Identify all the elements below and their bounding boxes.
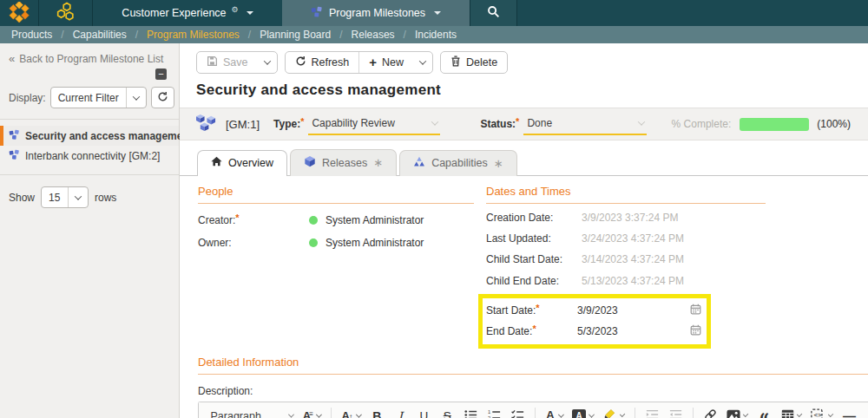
workspace-switcher[interactable]: Customer Experience ⚙ [93,0,282,26]
breadcrumb-item-products[interactable]: Products [11,29,52,41]
release-cube-icon [304,155,316,170]
paragraph-style-select[interactable]: Paragraph [208,406,297,418]
tab-label: Overview [228,157,273,169]
people-section: People Creator:* System Administrator Ow… [198,185,474,349]
creator-value: System Administrator [309,214,424,226]
filter-select[interactable]: Current Filter [50,87,147,108]
milestone-icon [9,149,20,163]
chevron-down-icon [126,88,146,108]
bold-button[interactable]: B [367,406,386,418]
bulleted-list-button[interactable] [461,406,480,418]
start-date-label: Start Date:* [486,304,577,317]
creator-name: System Administrator [326,214,424,226]
refresh-filter-button[interactable] [151,87,174,108]
display-label: Display: [9,92,46,104]
font-family-button[interactable]: A≡ [300,406,324,418]
percent-complete-value: (100%) [817,118,851,130]
status-select[interactable]: Done [523,114,647,135]
font-background-color-button[interactable]: A [569,406,595,418]
paragraph-style-value: Paragraph [211,410,261,418]
chevron-down-icon [796,412,802,418]
numbered-list-button[interactable]: 12 [484,406,503,418]
breadcrumb-item-releases[interactable]: Releases [352,29,395,41]
svg-text:1: 1 [488,409,490,415]
dates-section: Dates and Times Creation Date: 3/9/2023 … [486,185,766,349]
link-icon [704,408,717,418]
font-color-button[interactable]: A [542,406,565,418]
start-date-field[interactable]: 3/9/2023 [577,304,690,317]
link-button[interactable] [700,406,720,418]
sidebar-collapse-button[interactable]: − [155,69,167,80]
page-title: Security and access management [180,74,868,108]
creation-date-value: 3/9/2023 3:37:24 PM [582,212,678,224]
breadcrumb-item-planning-board[interactable]: Planning Board [260,29,331,41]
overview-columns: People Creator:* System Administrator Ow… [198,185,868,349]
search-button[interactable] [470,0,517,26]
italic-button[interactable]: I [391,406,410,418]
milestone-list: Security and access management Interbank… [0,120,179,166]
breadcrumb-separator: / [404,29,406,41]
delete-button[interactable]: Delete [441,52,507,73]
tab-releases[interactable]: Releases ∗ [290,149,397,176]
highlight-button[interactable] [601,406,627,418]
breadcrumb-item-program-milestones[interactable]: Program Milestones [147,29,240,41]
start-date-row: Start Date:* 3/9/2023 [486,300,701,321]
increase-indent-button[interactable] [642,406,661,418]
dates-heading: Dates and Times [486,185,766,204]
delete-button-group: Delete [440,51,508,74]
back-link[interactable]: «Back to Program Milestone List [0,43,179,65]
last-updated-value: 3/24/2023 4:37:24 PM [582,232,684,245]
minus-icon: − [158,69,163,79]
decrease-indent-icon [669,409,682,418]
owner-row: Owner: System Administrator [198,237,474,249]
artifact-id: [GM:1] [226,118,260,131]
insert-template-button[interactable]: <> [808,406,835,418]
rows-per-page-select[interactable]: 15 [41,186,89,208]
user-avatar-dot [309,238,318,247]
start-date-calendar-button[interactable] [690,304,701,317]
decrease-indent-button[interactable] [666,406,685,418]
milestone-item-label: Interbank connectivity [GM:2] [25,150,160,162]
font-size-button[interactable]: A↕ [339,406,363,418]
delete-label: Delete [466,56,497,69]
tab-overview[interactable]: Overview [197,150,287,176]
breadcrumb-item-incidents[interactable]: Incidents [415,29,457,41]
breadcrumb: Products / Capabilities / Program Milest… [0,26,868,43]
end-date-calendar-button[interactable] [690,324,701,338]
insert-table-button[interactable] [779,406,804,418]
underline-button[interactable]: U [414,406,433,418]
breadcrumb-separator: / [248,29,251,41]
type-select[interactable]: Capability Review [308,114,440,135]
product-switcher[interactable]: Program Milestones [282,0,470,26]
template-source-icon: <> [811,408,825,418]
horizontal-line-button[interactable]: — [840,406,859,418]
milestone-list-item[interactable]: Interbank connectivity [GM:2] [0,146,179,166]
new-button[interactable]: + New [358,52,413,73]
toolbar-separator [635,408,635,418]
italic-icon: I [398,409,404,418]
save-dropdown-button[interactable] [258,52,277,73]
asterisk-badge-icon: ∗ [494,157,503,170]
tab-capabilities[interactable]: Capabilities ∗ [399,150,517,176]
refresh-button[interactable]: Refresh [286,52,359,73]
spira-logo-icon [8,2,30,25]
save-button[interactable]: Save [197,52,258,73]
people-heading: People [198,185,474,204]
new-dropdown-button[interactable] [413,52,432,73]
strikethrough-button[interactable]: S [437,406,457,418]
to-do-list-button[interactable] [508,406,527,418]
save-button-group: Save [196,51,278,74]
milestone-list-item-selected[interactable]: Security and access management [0,126,179,146]
progress-bar [740,118,809,131]
numbered-list-icon: 12 [488,409,501,418]
chevron-down-icon [419,57,426,64]
app-logo[interactable] [0,0,39,26]
font-family-icon: A≡ [303,409,313,418]
block-quote-button[interactable]: “ [755,406,774,418]
font-size-icon: A↕ [341,409,352,418]
breadcrumb-item-capabilities[interactable]: Capabilities [73,29,127,41]
program-home-button[interactable] [39,0,93,26]
owner-value: System Administrator [309,237,424,249]
insert-image-button[interactable] [724,406,750,418]
end-date-field[interactable]: 5/3/2023 [577,325,690,337]
